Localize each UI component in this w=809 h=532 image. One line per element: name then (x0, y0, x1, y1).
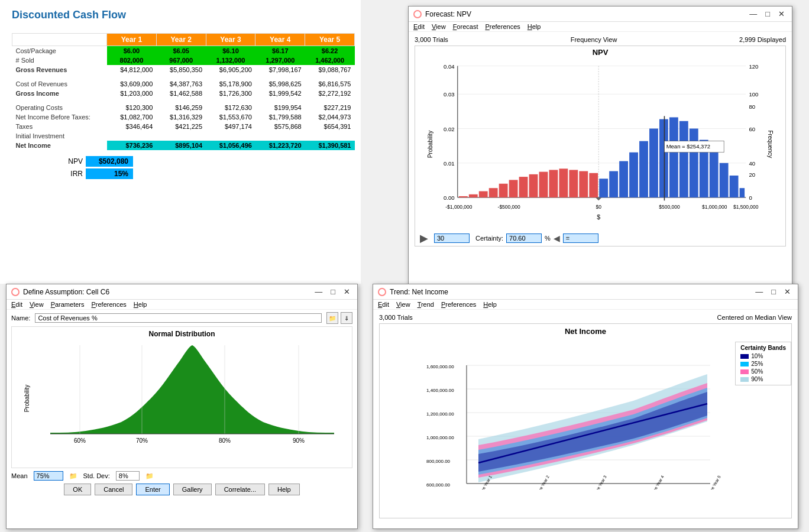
table-row: # Sold802,000967,0001,132,0001,297,0001,… (12, 56, 355, 65)
ok-button[interactable]: OK (64, 484, 91, 495)
svg-text:Mean = $254,372: Mean = $254,372 (666, 143, 710, 150)
legend-90: 90% (740, 376, 786, 382)
row-value (255, 131, 305, 141)
svg-rect-28 (549, 170, 558, 197)
assumption-maximize[interactable]: □ (328, 287, 338, 296)
trend-chart-title: Net Income (380, 324, 791, 336)
svg-text:$500,000: $500,000 (659, 204, 680, 210)
menu-item-view[interactable]: View (396, 301, 410, 308)
gallery-button[interactable]: Gallery (173, 484, 212, 495)
svg-text:-$500,000: -$500,000 (498, 204, 520, 210)
trend-chart-area: Net Income 600,000.00 800,000.00 1,000,0… (379, 323, 792, 518)
minimize-button[interactable]: — (747, 9, 759, 18)
assumption-minimize[interactable]: — (312, 287, 325, 296)
trend-legend: Certainty Bands 10% 25% 50% (735, 342, 791, 385)
name-icon-btn-2[interactable]: ⇓ (341, 312, 352, 324)
legend-10-label: 10% (751, 353, 763, 359)
table-row: Gross Revenues$4,812,000$5,850,350$6,905… (12, 65, 355, 74)
menu-item-parameters[interactable]: Parameters (51, 301, 85, 308)
svg-text:60: 60 (749, 126, 756, 132)
row-value: $1,390,581 (305, 141, 355, 150)
maximize-button[interactable]: □ (763, 9, 772, 18)
svg-rect-35 (609, 171, 618, 198)
row-value (156, 131, 206, 141)
correlate-button[interactable]: Correlate... (215, 484, 265, 495)
trend-close[interactable]: ✕ (782, 287, 793, 296)
menu-item-help[interactable]: Help (528, 23, 541, 30)
row-label: # Sold (12, 56, 107, 65)
row-value: $6,905,200 (206, 65, 255, 74)
year1-header: Year 1 (107, 34, 157, 46)
certainty-input[interactable] (506, 233, 542, 243)
irr-label: IRR (59, 170, 83, 178)
svg-text:1,600,000.00: 1,600,000.00 (426, 364, 454, 369)
menu-item-forecast[interactable]: Forecast (453, 23, 478, 30)
assumption-close[interactable]: ✕ (341, 287, 352, 296)
row-value: $1,462,588 (156, 89, 206, 98)
row-value: 1,297,000 (255, 56, 305, 65)
row-value: 1,462,000 (305, 56, 355, 65)
name-input[interactable] (35, 313, 322, 323)
svg-text:40: 40 (749, 160, 756, 167)
menu-item-edit[interactable]: Edit (11, 301, 22, 308)
npv-value: $502,080 (86, 156, 133, 167)
table-row: Operating Costs$120,300$146,259$172,630$… (12, 103, 355, 112)
row-label: Initial Investment (12, 131, 107, 141)
legend-10: 10% (740, 353, 786, 359)
svg-text:1,400,000.00: 1,400,000.00 (426, 388, 454, 393)
row-value: $4,812,000 (107, 65, 157, 74)
forecast-icon (413, 10, 422, 18)
menu-item-preferences[interactable]: Preferences (485, 23, 520, 30)
trend-svg-chart: 600,000.00 800,000.00 1,000,000.00 1,200… (422, 336, 732, 489)
menu-item-edit[interactable]: Edit (413, 23, 425, 30)
prob-axis-label: Probability (427, 131, 433, 158)
npv-label: NPV (59, 157, 83, 166)
row-value: $575,868 (255, 122, 305, 131)
legend-50-label: 50% (751, 368, 763, 375)
svg-text:0.04: 0.04 (444, 63, 455, 70)
table-row: Cost/Package$6.00$6.05$6.10$6.17$6.22 (12, 46, 355, 56)
legend-50: 50% (740, 368, 786, 375)
svg-text:-$1,000,000: -$1,000,000 (445, 204, 472, 210)
trend-minimize[interactable]: — (753, 287, 765, 296)
svg-text:$: $ (597, 213, 600, 220)
std-label: Std. Dev: (83, 472, 110, 479)
menu-item-view[interactable]: View (30, 301, 44, 308)
arrow-left-icon[interactable]: ◀ (554, 233, 560, 243)
name-row: Name: 📁 ⇓ (7, 310, 357, 326)
menu-item-edit[interactable]: Edit (378, 301, 389, 308)
menu-item-help[interactable]: Help (483, 301, 497, 308)
row-value: $4,387,763 (156, 79, 206, 89)
npv-chart-area: NPV Probability Frequency 0.04 0.03 0.02… (415, 46, 786, 246)
name-icon-btn-1[interactable]: 📁 (326, 312, 338, 324)
row-value: $1,799,588 (255, 112, 305, 122)
cancel-button[interactable]: Cancel (95, 484, 132, 495)
svg-rect-22 (489, 188, 498, 197)
menu-item-preferences[interactable]: Preferences (441, 301, 476, 308)
row-value: $1,056,496 (206, 141, 255, 150)
row-label: Operating Costs (12, 103, 107, 112)
npv-irr-section: NPV $502,080 IRR 15% (59, 156, 349, 181)
page-title: Discounted Cash Flow (12, 9, 349, 21)
table-row (12, 98, 355, 103)
help-button[interactable]: Help (268, 484, 300, 495)
row-value: $736,236 (107, 141, 157, 150)
trend-maximize[interactable]: □ (769, 287, 778, 296)
close-button[interactable]: ✕ (776, 9, 787, 18)
std-input[interactable] (116, 471, 140, 481)
forecast-input[interactable] (434, 233, 470, 243)
legend-25-color (740, 362, 749, 366)
menu-item-help[interactable]: Help (134, 301, 147, 308)
play-icon[interactable]: ▶ (420, 232, 428, 245)
assumption-buttons: OK Cancel Enter Gallery Correlate... Hel… (11, 484, 352, 495)
row-value: $1,553,670 (206, 112, 255, 122)
menu-item-trend[interactable]: Trend (418, 301, 434, 308)
enter-button[interactable]: Enter (136, 484, 169, 495)
table-row: Initial Investment (12, 131, 355, 141)
mean-input[interactable] (34, 471, 63, 481)
menu-item-view[interactable]: View (432, 23, 446, 30)
certainty-eq-input[interactable] (563, 233, 598, 243)
forecast-bottom-controls: ▶ Certainty: % ◀ (415, 230, 785, 246)
svg-rect-31 (579, 171, 588, 198)
menu-item-preferences[interactable]: Preferences (92, 301, 127, 308)
